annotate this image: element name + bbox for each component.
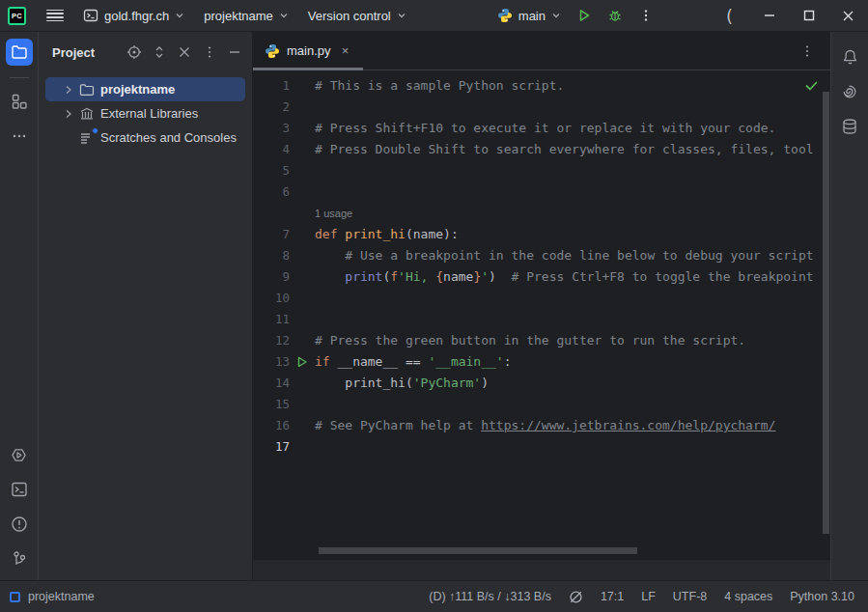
more-actions-button[interactable] xyxy=(632,4,659,27)
chevron-right-icon[interactable] xyxy=(61,106,76,122)
hide-panel-button[interactable] xyxy=(223,41,246,64)
python-icon xyxy=(497,8,513,23)
inspections-ok-badge[interactable] xyxy=(804,78,819,93)
horizontal-scrollbar[interactable] xyxy=(319,547,637,554)
line-number: 14 xyxy=(253,373,290,394)
bell-icon xyxy=(841,48,859,67)
minimize-button[interactable] xyxy=(749,0,789,32)
run-button[interactable] xyxy=(571,4,598,27)
editor-area: main.py × 1# This is a sample Python scr… xyxy=(253,32,830,580)
stripe-divider xyxy=(10,77,29,78)
project-panel-header: Project xyxy=(39,32,252,72)
line-number: 12 xyxy=(253,330,290,351)
project-widget-icon xyxy=(10,592,20,602)
panel-options-button[interactable] xyxy=(198,41,221,64)
vertical-scrollbar[interactable] xyxy=(823,92,829,534)
gutter-slot xyxy=(290,181,315,203)
editor-tab-bar: main.py × xyxy=(253,32,830,70)
tree-item-label: Scratches and Consoles xyxy=(100,130,237,145)
terminal-toolwindow-button[interactable] xyxy=(6,476,33,503)
tab-label: main.py xyxy=(287,43,331,58)
notifications-button[interactable] xyxy=(836,43,863,70)
ssh-target-selector[interactable]: gold.fhgr.ch xyxy=(77,4,190,27)
services-icon xyxy=(10,446,28,464)
debug-button[interactable] xyxy=(602,4,629,27)
ai-assistant-swirl-icon xyxy=(841,83,858,100)
project-selector[interactable]: projektname xyxy=(198,5,294,27)
project-toolwindow-button[interactable] xyxy=(6,39,33,66)
crescent-icon[interactable]: ( xyxy=(710,0,749,32)
more-tool-windows-button[interactable] xyxy=(6,123,33,150)
vcs-widget-label: Version control xyxy=(308,9,391,23)
title-bar: PC gold.fhgr.ch projektname Version cont… xyxy=(0,0,868,32)
line-number: 1 xyxy=(253,75,290,97)
line-number: 11 xyxy=(253,309,290,330)
chevron-updown-icon xyxy=(153,45,166,59)
tree-item-external-libraries[interactable]: External Libraries xyxy=(45,101,245,125)
pycharm-logo-icon: PC xyxy=(8,7,26,25)
code-text xyxy=(315,394,830,415)
gutter-slot xyxy=(290,75,315,97)
main-menu-icon[interactable] xyxy=(46,10,64,22)
gutter-slot xyxy=(290,309,315,330)
line-number xyxy=(253,203,290,224)
folder-icon xyxy=(78,81,96,98)
editor-options-button[interactable] xyxy=(796,40,819,63)
interpreter-widget[interactable]: Python 3.10 xyxy=(790,590,854,603)
code-text xyxy=(315,436,830,458)
code-line: 1# This is a sample Python script. xyxy=(253,75,830,97)
collapse-all-button[interactable] xyxy=(173,41,196,64)
code-text xyxy=(315,288,830,309)
chevron-right-icon[interactable] xyxy=(61,82,76,97)
code-text: 1 usage xyxy=(315,203,830,224)
select-opened-file-button[interactable] xyxy=(123,41,146,64)
code-text: # Use a breakpoint in the code line belo… xyxy=(315,245,830,266)
vcs-widget[interactable]: Version control xyxy=(302,5,412,27)
line-number: 17 xyxy=(253,436,290,458)
indent-widget[interactable]: 4 spaces xyxy=(724,590,772,603)
structure-toolwindow-button[interactable] xyxy=(6,88,33,115)
maximize-button[interactable] xyxy=(789,0,828,32)
maximize-icon xyxy=(803,10,815,21)
ai-assistant-button[interactable] xyxy=(836,78,863,105)
comment-link[interactable]: https://www.jetbrains.com/help/pycharm/ xyxy=(481,418,775,432)
code-text: print(f'Hi, {name}') # Press Ctrl+F8 to … xyxy=(315,266,830,288)
inspections-off-icon xyxy=(569,590,583,604)
close-icon xyxy=(842,10,854,22)
tree-item-projektname[interactable]: projektname xyxy=(45,77,245,101)
close-button[interactable] xyxy=(828,0,868,32)
kebab-menu-icon xyxy=(203,45,216,59)
problems-toolwindow-button[interactable] xyxy=(6,511,33,538)
line-ending-widget[interactable]: LF xyxy=(641,590,656,603)
code-text xyxy=(315,181,830,203)
services-toolwindow-button[interactable] xyxy=(6,441,33,468)
usages-inlay-hint[interactable]: 1 usage xyxy=(315,208,352,219)
highlighting-level-button[interactable] xyxy=(569,590,583,604)
gutter-slot xyxy=(290,118,315,139)
database-button[interactable] xyxy=(836,113,863,140)
tab-close-icon[interactable]: × xyxy=(338,43,353,59)
code-line: 7def print_hi(name): xyxy=(253,224,830,245)
code-text: # Press the green button in the gutter t… xyxy=(315,330,830,351)
run-configuration-selector[interactable]: main xyxy=(491,4,567,27)
encoding-widget[interactable]: UTF-8 xyxy=(673,590,707,603)
minimize-icon xyxy=(764,10,775,21)
tree-item-label: projektname xyxy=(100,82,175,97)
tree-item-scratches-and-consoles[interactable]: Scratches and Consoles xyxy=(45,125,245,150)
line-number: 16 xyxy=(253,415,290,436)
tab-main-py[interactable]: main.py × xyxy=(253,32,363,70)
code-editor[interactable]: 1# This is a sample Python script.23# Pr… xyxy=(253,70,830,559)
scratches-icon xyxy=(78,129,96,147)
expand-collapse-button[interactable] xyxy=(148,41,171,64)
folder-icon xyxy=(79,82,95,97)
statusbar-project-widget[interactable]: projektname xyxy=(10,590,95,603)
run-line-button[interactable] xyxy=(290,351,315,373)
run-configuration-label: main xyxy=(518,9,546,23)
terminal-icon xyxy=(11,481,28,498)
version-control-toolwindow-button[interactable] xyxy=(6,545,33,572)
caret-position-widget[interactable]: 17:1 xyxy=(601,590,624,603)
code-line: 13if __name__ == '__main__': xyxy=(253,351,830,373)
network-transfer-widget[interactable]: (D) ↑111 B/s / ↓313 B/s xyxy=(429,590,551,603)
code-text: def print_hi(name): xyxy=(315,224,830,245)
library-icon xyxy=(78,105,96,123)
